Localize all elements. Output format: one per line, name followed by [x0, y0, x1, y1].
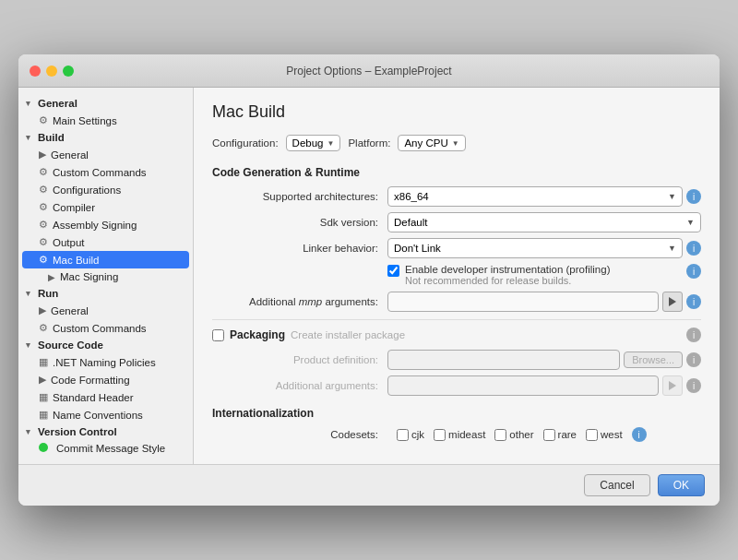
codeset-other-label: other [509, 429, 533, 440]
product-def-input[interactable] [387, 350, 620, 370]
sidebar-item-mac-build[interactable]: ⚙ Mac Build [22, 251, 189, 268]
codeset-other-checkbox[interactable] [494, 429, 506, 441]
sidebar-item-assembly-signing[interactable]: ⚙ Assembly Signing [18, 216, 193, 233]
footer: Cancel OK [18, 464, 720, 506]
sidebar-item-output-label: Output [53, 237, 85, 248]
sidebar-section-build[interactable]: ▾ Build [18, 129, 193, 146]
codeset-other: other [494, 429, 533, 441]
sidebar-section-general[interactable]: ▾ General [18, 95, 193, 112]
product-def-label: Product definition: [212, 354, 387, 365]
pkg-additional-args-input[interactable] [387, 375, 659, 396]
collapse-arrow-build: ▾ [26, 133, 35, 142]
sidebar-item-commit-message-style[interactable]: Commit Message Style [18, 440, 193, 457]
title-bar: Project Options – ExampleProject [18, 54, 720, 88]
sidebar-item-name-conventions[interactable]: ▦ Name Conventions [18, 406, 193, 423]
sidebar-item-custom-commands-label: Custom Commands [53, 167, 147, 178]
triangle-icon: ▶ [39, 304, 46, 316]
mmp-args-input[interactable] [387, 292, 659, 312]
ok-button[interactable]: OK [658, 474, 705, 496]
architectures-dropdown[interactable]: x86_64 ▼ [387, 186, 683, 207]
codeset-rare-label: rare [558, 429, 577, 440]
play-icon [669, 381, 676, 390]
pkg-additional-args-row: Additional arguments: i [212, 375, 701, 396]
sdk-dropdown[interactable]: Default ▼ [387, 212, 701, 232]
pkg-run-button[interactable] [662, 375, 683, 396]
linker-label: Linker behavior: [212, 243, 387, 254]
architectures-value: x86_64 [394, 191, 429, 202]
chevron-down-icon: ▼ [452, 139, 459, 148]
codeset-mideast-checkbox[interactable] [434, 429, 446, 441]
gear-icon: ⚙ [39, 184, 48, 196]
browse-button[interactable]: Browse... [624, 351, 683, 368]
main-content-area: Mac Build Configuration: Debug ▼ Platfor… [194, 88, 720, 464]
sidebar-item-build-general[interactable]: ▶ General [18, 146, 193, 163]
sidebar-item-code-formatting-label: Code Formatting [51, 375, 130, 386]
sidebar-item-configurations[interactable]: ⚙ Configurations [18, 181, 193, 198]
minimize-button[interactable] [46, 66, 57, 77]
sidebar-section-source-code[interactable]: ▾ Source Code [18, 337, 193, 353]
sidebar-item-output[interactable]: ⚙ Output [18, 233, 193, 251]
pkg-args-info-button[interactable]: i [686, 378, 701, 393]
codeset-west-checkbox[interactable] [586, 429, 598, 441]
sidebar-section-version-control[interactable]: ▾ Version Control [18, 423, 193, 440]
configuration-dropdown[interactable]: Debug ▼ [286, 135, 341, 151]
sidebar-item-mac-build-label: Mac Build [53, 255, 100, 266]
codeset-rare-checkbox[interactable] [543, 429, 555, 441]
sidebar-item-mac-signing[interactable]: ▶ Mac Signing [18, 268, 193, 285]
product-def-info-button[interactable]: i [686, 352, 701, 367]
pkg-additional-args-control: i [387, 375, 701, 396]
mmp-args-info-button[interactable]: i [686, 294, 701, 309]
create-installer-checkbox[interactable] [212, 329, 224, 341]
sidebar-item-main-settings[interactable]: ⚙ Main Settings [18, 112, 193, 129]
sidebar-item-run-custom-commands-label: Custom Commands [53, 323, 147, 334]
sidebar-section-version-control-label: Version Control [38, 426, 117, 437]
linker-info-button[interactable]: i [686, 241, 701, 256]
codeset-cjk-checkbox[interactable] [397, 429, 409, 441]
linker-dropdown[interactable]: Don't Link ▼ [387, 238, 683, 258]
architectures-info-button[interactable]: i [686, 189, 701, 204]
close-button[interactable] [30, 66, 41, 77]
play-icon [669, 297, 676, 306]
architectures-row: Supported architectures: x86_64 ▼ i [212, 186, 701, 207]
sidebar-item-standard-header[interactable]: ▦ Standard Header [18, 388, 193, 406]
sidebar-item-run-custom-commands[interactable]: ⚙ Custom Commands [18, 319, 193, 337]
instrumentation-info-button[interactable]: i [686, 264, 701, 279]
sidebar-item-main-settings-label: Main Settings [53, 115, 117, 126]
sdk-row: Sdk version: Default ▼ [212, 212, 701, 232]
mmp-args-run-button[interactable] [662, 292, 683, 312]
cancel-button[interactable]: Cancel [584, 474, 649, 496]
green-dot-icon [39, 443, 52, 454]
sidebar-item-run-general[interactable]: ▶ General [18, 302, 193, 319]
triangle-icon: ▶ [39, 374, 46, 386]
sidebar-item-compiler[interactable]: ⚙ Compiler [18, 198, 193, 216]
sidebar-section-run[interactable]: ▾ Run [18, 285, 193, 302]
sidebar-section-general-label: General [38, 98, 77, 109]
gear-icon: ⚙ [39, 166, 48, 178]
pkg-additional-args-label: Additional arguments: [212, 380, 387, 391]
internationalization-section-header: Internationalization [212, 407, 701, 420]
sidebar-item-configurations-label: Configurations [53, 185, 121, 196]
collapse-arrow-source-code: ▾ [26, 340, 35, 350]
sidebar-section-build-label: Build [38, 132, 65, 143]
packaging-info-button[interactable]: i [686, 328, 701, 342]
product-def-control: Browse... i [387, 350, 701, 370]
page-title: Mac Build [212, 102, 701, 122]
sidebar-item-naming-policies-label: .NET Naming Policies [53, 357, 156, 368]
config-bar: Configuration: Debug ▼ Platform: Any CPU… [212, 135, 701, 151]
sidebar-item-name-conventions-label: Name Conventions [53, 410, 143, 421]
sidebar-item-run-general-label: General [51, 305, 89, 316]
chevron-down-icon: ▼ [686, 218, 695, 227]
instrumentation-checkbox[interactable] [387, 265, 399, 277]
main-window: Project Options – ExampleProject ▾ Gener… [18, 54, 720, 506]
gear-icon: ⚙ [39, 201, 48, 213]
sidebar-item-mac-signing-label: Mac Signing [60, 271, 118, 282]
platform-dropdown[interactable]: Any CPU ▼ [398, 135, 465, 151]
maximize-button[interactable] [63, 66, 74, 77]
grid-icon: ▦ [39, 391, 48, 403]
configuration-label: Configuration: [212, 137, 279, 149]
sidebar-item-code-formatting[interactable]: ▶ Code Formatting [18, 371, 193, 388]
sidebar-item-naming-policies[interactable]: ▦ .NET Naming Policies [18, 353, 193, 371]
sidebar-item-custom-commands[interactable]: ⚙ Custom Commands [18, 163, 193, 181]
instrumentation-checkbox-subtext: Not recommended for release builds. [405, 275, 610, 286]
codesets-info-button[interactable]: i [632, 427, 647, 442]
